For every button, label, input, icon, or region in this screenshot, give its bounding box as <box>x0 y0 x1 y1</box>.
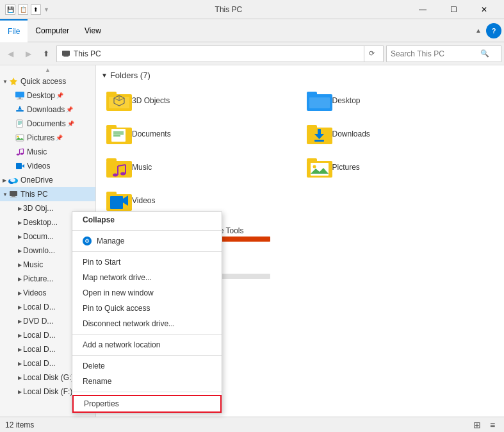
folder-pictures[interactable]: Pictures <box>302 152 500 183</box>
context-menu-manage[interactable]: ⚙ Manage <box>72 233 222 249</box>
local-disk-f-expand[interactable]: ▶ <box>18 389 22 395</box>
documents-pin-icon: 📌 <box>67 120 74 127</box>
svg-rect-9 <box>19 106 20 110</box>
sidebar-local-d3-label: Local D... <box>23 345 56 354</box>
this-pc-expand[interactable]: ▼ <box>3 192 8 197</box>
close-button[interactable]: ✕ <box>469 0 499 19</box>
sidebar-dvd-d-label: DVD D... <box>23 317 53 326</box>
tab-file[interactable]: File <box>0 19 28 42</box>
window-controls: — ☐ ✕ <box>408 0 499 19</box>
context-menu-open-window-label: Open in new window <box>83 288 154 297</box>
downloads2-expand[interactable]: ▶ <box>18 248 22 254</box>
context-menu-collapse[interactable]: Collapse <box>72 212 222 228</box>
sidebar-item-videos[interactable]: Videos <box>0 159 95 173</box>
desktop-pin-icon: 📌 <box>56 92 63 99</box>
folder-3d-objects[interactable]: 3D Objects <box>101 85 299 116</box>
details-view-button[interactable]: ≡ <box>486 419 499 431</box>
context-menu-disconnect-label: Disconnect network drive... <box>83 319 175 328</box>
refresh-button[interactable]: ⟳ <box>364 46 379 62</box>
pictures-pin-icon: 📌 <box>56 135 63 141</box>
svg-rect-52 <box>106 158 117 162</box>
svg-rect-4 <box>15 92 24 97</box>
svg-rect-59 <box>307 158 317 162</box>
search-input[interactable] <box>391 49 480 58</box>
context-menu-map-network[interactable]: Map network drive... <box>72 270 222 285</box>
local-d4-expand[interactable]: ▶ <box>18 361 22 367</box>
context-menu-manage-label: Manage <box>97 237 124 245</box>
quick-access-icon3[interactable]: ⬆ <box>31 4 41 15</box>
up-button[interactable]: ⬆ <box>38 46 54 62</box>
maximize-button[interactable]: ☐ <box>439 0 468 19</box>
back-button[interactable]: ◀ <box>3 46 18 62</box>
local-d2-expand[interactable]: ▶ <box>18 333 22 338</box>
svg-point-54 <box>120 172 126 176</box>
tab-view[interactable]: View <box>77 19 109 42</box>
help-icon[interactable]: ? <box>486 23 501 38</box>
onedrive-expand[interactable]: ▶ <box>3 178 6 183</box>
folder-desktop-icon <box>307 89 332 112</box>
forward-button[interactable]: ▶ <box>20 46 36 62</box>
documents-icon <box>15 119 24 128</box>
sidebar-item-music[interactable]: Music <box>0 145 95 159</box>
downloads-pin-icon: 📌 <box>66 106 73 113</box>
folder-music[interactable]: Music <box>101 152 299 183</box>
quick-access-dropdown[interactable]: ▼ <box>44 6 49 13</box>
context-menu-open-window[interactable]: Open in new window <box>72 285 222 301</box>
context-menu-properties[interactable]: Properties <box>72 395 222 413</box>
videos2-expand[interactable]: ▶ <box>18 290 22 296</box>
sidebar-this-pc-label: This PC <box>20 190 48 199</box>
local-d-expand[interactable]: ▶ <box>18 304 22 310</box>
folders-grid: 3D Objects Desktop <box>101 85 499 216</box>
svg-point-53 <box>113 174 118 177</box>
dvd-d-expand[interactable]: ▶ <box>18 319 22 324</box>
context-menu-pin-start[interactable]: Pin to Start <box>72 254 222 270</box>
context-menu-add-location[interactable]: Add a network location <box>72 337 222 353</box>
folder-videos-icon <box>106 189 132 212</box>
quick-access-icon1[interactable]: 💾 <box>5 4 15 15</box>
folders-section-header: ▼ Folders (7) <box>101 71 499 80</box>
minimize-button[interactable]: — <box>408 0 437 19</box>
context-menu-disconnect[interactable]: Disconnect network drive... <box>72 316 222 331</box>
sidebar-onedrive[interactable]: ▶ OneDrive <box>0 173 95 187</box>
sidebar-item-pictures[interactable]: Pictures 📌 <box>0 131 95 145</box>
svg-rect-65 <box>110 196 123 209</box>
svg-point-26 <box>10 178 15 182</box>
ribbon: File Computer View ▲ ? <box>0 19 504 42</box>
sidebar-quick-access[interactable]: ▼ Quick access <box>0 74 95 88</box>
svg-marker-23 <box>22 164 24 168</box>
context-menu-delete-label: Delete <box>83 361 105 370</box>
folder-downloads[interactable]: Downloads <box>302 119 500 149</box>
navbar: ◀ ▶ ⬆ This PC ⟳ 🔍 <box>0 42 504 65</box>
sidebar-this-pc[interactable]: ▼ This PC <box>0 187 95 201</box>
documents2-expand[interactable]: ▶ <box>18 234 22 240</box>
folder-3d-objects-icon <box>106 89 132 112</box>
quick-access-expand[interactable]: ▼ <box>3 79 8 85</box>
local-disk-g-expand[interactable]: ▶ <box>18 375 22 381</box>
music2-expand[interactable]: ▶ <box>18 262 22 268</box>
ribbon-expand[interactable]: ▲ <box>471 23 486 38</box>
sidebar-item-desktop[interactable]: Desktop 📌 <box>0 88 95 103</box>
quick-access-icon2[interactable]: 📋 <box>18 4 28 15</box>
context-menu-delete[interactable]: Delete <box>72 358 222 374</box>
svg-point-61 <box>313 165 316 169</box>
desktop2-expand[interactable]: ▶ <box>18 220 22 226</box>
context-menu-pin-quick[interactable]: Pin to Quick access <box>72 301 222 316</box>
3d-objects-expand[interactable]: ▶ <box>18 206 22 212</box>
folder-desktop[interactable]: Desktop <box>302 85 500 116</box>
sidebar-item-documents[interactable]: Documents 📌 <box>0 117 95 131</box>
folder-documents[interactable]: Documents <box>101 119 299 149</box>
svg-line-21 <box>20 149 24 149</box>
sidebar-videos-label: Videos <box>27 162 50 170</box>
pictures2-expand[interactable]: ▶ <box>18 276 22 282</box>
local-d3-expand[interactable]: ▶ <box>18 347 22 353</box>
address-bar[interactable]: This PC ⟳ <box>56 46 384 62</box>
large-icons-view-button[interactable]: ⊞ <box>471 419 484 431</box>
folder-desktop-name: Desktop <box>332 96 361 105</box>
context-menu-rename[interactable]: Rename <box>72 374 222 389</box>
search-bar[interactable]: 🔍 <box>386 46 501 62</box>
tab-computer[interactable]: Computer <box>28 19 77 42</box>
sidebar-item-downloads[interactable]: Downloads 📌 <box>0 103 95 117</box>
folder-icon-desktop <box>307 89 332 112</box>
folder-icon-videos <box>106 189 132 212</box>
sidebar-music-label: Music <box>27 147 47 156</box>
